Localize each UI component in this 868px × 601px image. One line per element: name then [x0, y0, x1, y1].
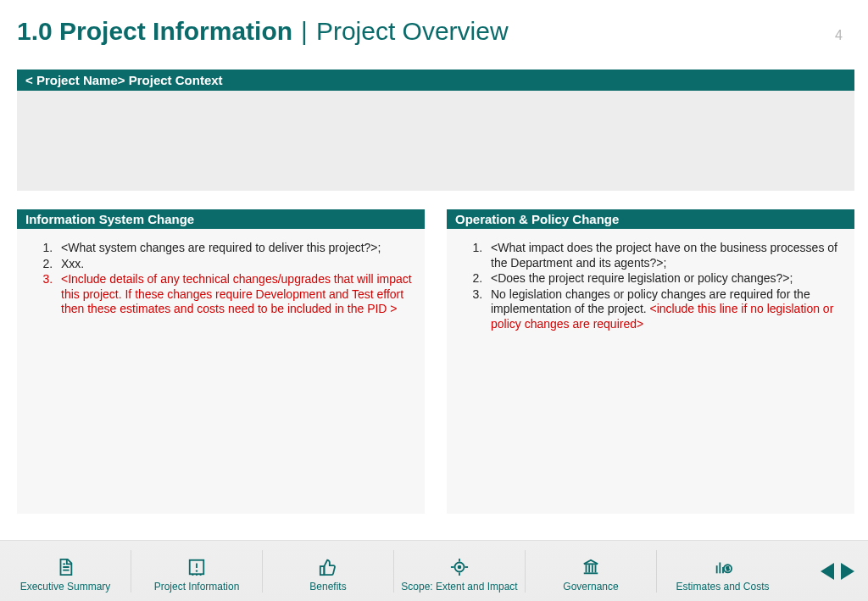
nav-label: Executive Summary	[20, 581, 111, 593]
nav-item-project-information[interactable]: Project Information	[131, 550, 263, 593]
page-number: 4	[835, 28, 851, 43]
prev-arrow[interactable]	[819, 561, 836, 582]
nav-label: Project Information	[154, 581, 240, 593]
nav-label: Estimates and Costs	[676, 581, 769, 593]
info-icon	[184, 557, 209, 577]
document-icon	[53, 557, 78, 577]
nav-item-scope-extent-and-impact[interactable]: Scope: Extent and Impact	[394, 550, 526, 593]
svg-marker-19	[821, 563, 834, 580]
list-item: <What impact does the project have on th…	[486, 241, 844, 271]
list-item: No legislation changes or policy changes…	[486, 287, 844, 333]
left-column: Information System Change <What system c…	[17, 209, 425, 514]
nav-label: Governance	[563, 581, 618, 593]
next-arrow[interactable]	[839, 561, 856, 582]
list-item: Xxx.	[56, 257, 415, 273]
target-icon	[447, 557, 472, 577]
right-column-header: Operation & Policy Change	[447, 209, 854, 229]
svg-marker-20	[841, 563, 854, 580]
svg-point-5	[459, 565, 461, 568]
building-icon	[578, 557, 604, 577]
nav-item-governance[interactable]: Governance	[526, 550, 657, 593]
nav-label: Scope: Extent and Impact	[401, 581, 517, 593]
nav-label: Benefits	[309, 581, 346, 593]
title-section: 1.0 Project Information	[17, 17, 292, 46]
thumb-icon	[315, 557, 341, 577]
right-column-body: <What impact does the project have on th…	[447, 229, 854, 514]
context-body	[17, 91, 854, 191]
title-separator: |	[296, 17, 313, 46]
left-column-header: Information System Change	[17, 209, 425, 229]
left-column-body: <What system changes are required to del…	[17, 229, 425, 514]
list-item: <Does the project require legislation or…	[486, 271, 844, 287]
nav-item-benefits[interactable]: Benefits	[263, 550, 394, 593]
list-item-red-tail: <include this line if no legislation or …	[491, 302, 833, 331]
nav-item-estimates-and-costs[interactable]: Estimates and Costs	[657, 550, 788, 593]
money-icon	[710, 557, 736, 577]
context-header-bar: < Project Name> Project Context	[17, 70, 854, 91]
svg-rect-3	[320, 566, 325, 575]
right-column: Operation & Policy Change <What impact d…	[447, 209, 854, 514]
svg-point-2	[196, 570, 198, 571]
list-item: <What system changes are required to del…	[56, 241, 415, 257]
page-title-group: 1.0 Project Information | Project Overvi…	[17, 17, 509, 46]
nav-item-executive-summary[interactable]: Executive Summary	[0, 550, 131, 593]
list-item: <Include details of any technical change…	[56, 272, 415, 318]
title-subtitle: Project Overview	[316, 17, 509, 46]
